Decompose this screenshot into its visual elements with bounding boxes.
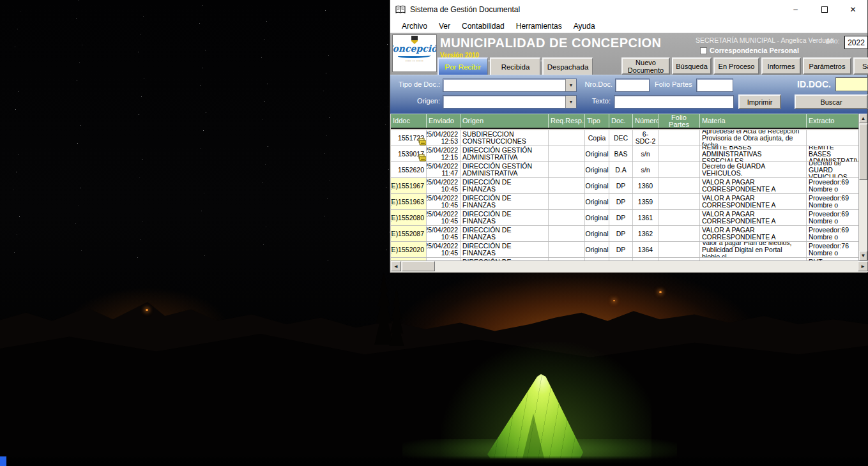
menu-item-archivo[interactable]: Archivo bbox=[396, 20, 433, 32]
cell-req-resp bbox=[549, 130, 585, 146]
minimize-button[interactable]: – bbox=[781, 0, 810, 19]
menu-item-herramientas[interactable]: Herramientas bbox=[510, 20, 568, 32]
cell-enviado: 25/04/2022 10:45 bbox=[427, 242, 461, 257]
grid-column-header: Extracto bbox=[807, 114, 860, 128]
menu-item-contabilidad[interactable]: Contabilidad bbox=[456, 20, 510, 32]
texto-input[interactable] bbox=[614, 95, 734, 109]
cell-iddoc: (E)1552087 bbox=[391, 226, 427, 241]
window-title: Sistema de Gestión Documental bbox=[410, 5, 520, 14]
folio-partes-label: Folio Partes bbox=[655, 80, 694, 88]
logo-caption: ▪▪▪▪▪ ▪▪ ▪▪▪▪▪▪ bbox=[406, 59, 423, 63]
cell-extracto: Decreto de GUARD VEHICULOS. bbox=[807, 162, 860, 177]
personal-mail-checkbox[interactable] bbox=[700, 47, 707, 54]
app-window: Sistema de Gestión Documental – ✕ Archiv… bbox=[390, 0, 868, 273]
cell-extracto: RUT Proveedor:69 Nombre o Razón S bbox=[807, 194, 860, 209]
cell-origen: DIRECCIÓN DE FINANZAS bbox=[461, 242, 549, 257]
chevron-down-icon[interactable]: ▼ bbox=[565, 79, 576, 91]
table-row[interactable]: (E)155196325/04/2022 10:45DIRECCIÓN DE F… bbox=[391, 194, 860, 210]
folio-partes-input[interactable] bbox=[696, 79, 733, 92]
cell-numero: 1360 bbox=[633, 178, 659, 193]
tab-por-recibir[interactable]: Por Recibir bbox=[438, 57, 488, 75]
cell-materia: VALOR A PAGAR CORRESPONDIENTE A bbox=[700, 194, 807, 209]
action-salir[interactable]: Salir bbox=[853, 57, 868, 75]
action-en-proceso[interactable]: En Proceso bbox=[713, 57, 759, 75]
cell-req-resp bbox=[549, 162, 585, 177]
menu-bar: ArchivoVerContabilidadHerramientasAyuda bbox=[390, 19, 867, 33]
tab-recibida[interactable]: Recibida bbox=[490, 57, 540, 75]
id-doc-input[interactable] bbox=[835, 77, 868, 91]
menu-item-ayuda[interactable]: Ayuda bbox=[568, 20, 601, 32]
cell-enviado: 25/04/2022 12:15 bbox=[427, 146, 461, 162]
cell-req-resp bbox=[549, 146, 585, 162]
cell-enviado: 25/04/2022 11:47 bbox=[427, 162, 461, 177]
logo-swoosh bbox=[398, 54, 431, 58]
title-bar: Sistema de Gestión Documental – ✕ bbox=[390, 0, 867, 19]
close-button[interactable]: ✕ bbox=[839, 0, 867, 19]
grid-column-header: Doc. bbox=[609, 114, 633, 128]
year-input[interactable] bbox=[844, 36, 868, 49]
cell-extracto: RUT Proveedor:76 Nombre o Razón S bbox=[807, 242, 860, 257]
cell-origen: DIRECCIÓN DE FINANZAS bbox=[461, 178, 549, 193]
tab-despachada[interactable]: Despachada bbox=[542, 57, 593, 75]
cell-materia: Decreto de GUARDA VEHICULOS. bbox=[700, 162, 807, 177]
scroll-down-button[interactable]: ▼ bbox=[859, 251, 867, 260]
horizontal-scrollbar[interactable]: ◄ ► bbox=[391, 260, 868, 272]
cell-numero: s/n bbox=[633, 146, 659, 162]
distant-light-dot bbox=[613, 300, 615, 301]
cell-extracto: RUT Proveedor:69 Nombre o Razón S bbox=[807, 178, 860, 193]
vertical-scroll-thumb[interactable] bbox=[859, 124, 867, 180]
year-label: Año: bbox=[826, 37, 840, 45]
cell-folio-partes bbox=[659, 178, 700, 193]
table-row[interactable]: (E)155196725/04/2022 10:45DIRECCIÓN DE F… bbox=[391, 178, 860, 194]
menu-item-ver[interactable]: Ver bbox=[433, 20, 456, 32]
horizontal-scroll-thumb[interactable] bbox=[402, 261, 435, 271]
scroll-right-button[interactable]: ► bbox=[858, 261, 868, 271]
action-parámetros[interactable]: Parámetros bbox=[803, 57, 851, 75]
action-nuevo-documento[interactable]: Nuevo Documento bbox=[621, 57, 670, 75]
cell-enviado: 25/04/2022 10:45 bbox=[427, 178, 461, 193]
table-row[interactable]: 155262025/04/2022 11:47DIRECCIÓN GESTIÓN… bbox=[391, 162, 860, 178]
table-row[interactable]: (E)155208725/04/2022 10:45DIRECCIÓN DE F… bbox=[391, 226, 860, 242]
cell-iddoc: (E)1552080 bbox=[391, 210, 427, 225]
table-row[interactable]: (E)155202025/04/2022 10:45DIRECCIÓN DE F… bbox=[391, 242, 860, 258]
cell-materia: VALOR A PAGAR CORRESPONDIENTE A bbox=[700, 210, 807, 225]
chevron-down-icon[interactable]: ▼ bbox=[565, 96, 576, 108]
night-sky-stars bbox=[0, 0, 1, 1]
cell-iddoc: 1539017 bbox=[391, 146, 427, 162]
cell-req-resp bbox=[549, 210, 585, 225]
scroll-up-button[interactable]: ▲ bbox=[859, 114, 867, 123]
vertical-scrollbar[interactable]: ▲ ▼ bbox=[858, 114, 867, 260]
cell-tipo: Original bbox=[585, 242, 609, 257]
cell-folio-partes bbox=[659, 162, 700, 177]
cell-folio-partes bbox=[659, 226, 700, 241]
maximize-icon bbox=[821, 6, 828, 13]
id-doc-label: ID.DOC. bbox=[797, 79, 831, 89]
app-header: Concepción ▪▪▪▪▪ ▪▪ ▪▪▪▪▪▪ MUNICIPALIDAD… bbox=[390, 33, 867, 75]
buscar-button[interactable]: Buscar bbox=[795, 94, 868, 109]
cell-doc: DEC bbox=[609, 130, 633, 146]
cell-iddoc: (E)1551967 bbox=[391, 178, 427, 193]
grid-column-header: Iddoc bbox=[391, 114, 427, 128]
cell-doc: D.A bbox=[609, 162, 633, 177]
origen-combobox[interactable]: ▼ bbox=[443, 95, 577, 109]
table-row[interactable]: (E)155208025/04/2022 10:45DIRECCIÓN DE F… bbox=[391, 210, 860, 226]
action-búsqueda[interactable]: Búsqueda bbox=[672, 57, 712, 75]
imprimir-button[interactable]: Imprimir bbox=[738, 94, 781, 109]
cell-materia: REMITE BASES ADMINISTRATIVAS ESPECIALES bbox=[700, 146, 807, 162]
nro-doc-input[interactable] bbox=[615, 79, 650, 92]
cell-tipo: Original bbox=[585, 194, 609, 209]
table-row[interactable]: 153901725/04/2022 12:15DIRECCIÓN GESTIÓN… bbox=[391, 146, 860, 162]
tipo-doc-combobox[interactable]: ▼ bbox=[443, 79, 577, 92]
scroll-left-button[interactable]: ◄ bbox=[391, 261, 401, 271]
action-informes[interactable]: Informes bbox=[761, 57, 801, 75]
table-row[interactable]: 155172225/04/2022 12:53SUBDIRECCION CONS… bbox=[391, 130, 860, 146]
distant-light-dot bbox=[146, 309, 148, 311]
attachment-icon bbox=[418, 154, 427, 162]
grid-body: 155172225/04/2022 12:53SUBDIRECCION CONS… bbox=[391, 130, 860, 260]
cell-req-resp bbox=[549, 178, 585, 193]
cell-tipo: Original bbox=[585, 210, 609, 225]
corner-blue-fragment bbox=[0, 456, 6, 466]
cell-doc: DP bbox=[609, 226, 633, 241]
cell-iddoc: 1551722 bbox=[391, 130, 427, 146]
maximize-button[interactable] bbox=[810, 0, 839, 19]
